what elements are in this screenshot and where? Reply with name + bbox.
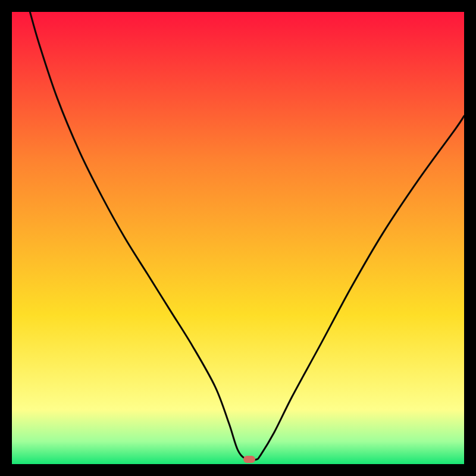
minimum-marker <box>243 456 255 463</box>
chart-frame: TheBottleneck.com <box>12 12 464 464</box>
gradient-background <box>12 12 464 464</box>
gradient-rect <box>12 12 464 464</box>
plot-area <box>12 12 464 464</box>
